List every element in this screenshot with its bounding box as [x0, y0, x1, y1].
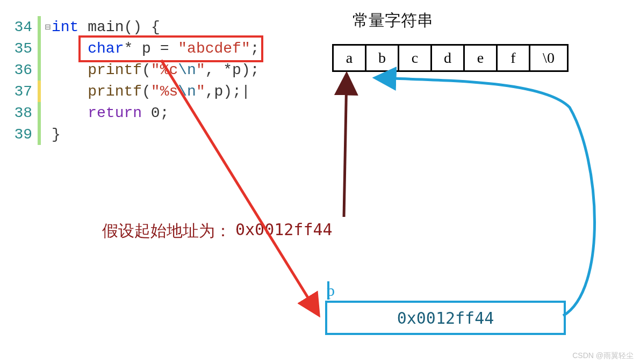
- watermark: CSDN @雨翼轻尘: [572, 351, 634, 361]
- pointer-label: p: [327, 281, 335, 300]
- memory-cell: \0: [529, 44, 569, 72]
- line-number: 38: [4, 105, 38, 121]
- memory-cell: a: [332, 44, 365, 72]
- gutter-mark: [38, 38, 41, 59]
- line-number: 34: [4, 19, 38, 35]
- code-row: 34 ⊟ int main() {: [4, 16, 294, 38]
- pointer-value: 0x0012ff44: [397, 309, 494, 327]
- memory-cell: e: [463, 44, 496, 72]
- code-row: 36 printf("%c\n", *p);: [4, 59, 294, 81]
- line-number: 39: [4, 126, 38, 143]
- diagram-stage: { "code": { "lines": [34,35,36,37,38,39]…: [0, 0, 640, 364]
- memory-array: a b c d e f \0: [332, 44, 569, 72]
- line-number: 37: [4, 83, 38, 100]
- gutter-mark: [38, 59, 41, 81]
- line-number: 36: [4, 62, 38, 78]
- code-row: 37 printf("%s\n",p);|: [4, 81, 294, 102]
- memory-cell: f: [496, 44, 529, 72]
- line-number: 35: [4, 40, 38, 57]
- pointer-box: 0x0012ff44: [325, 301, 566, 335]
- code-text: printf("%c\n", *p);: [52, 62, 260, 78]
- code-row: 38 return 0;: [4, 102, 294, 123]
- memory-title: 常量字符串: [353, 10, 433, 32]
- gutter-mark: [38, 81, 41, 102]
- code-text: }: [52, 126, 61, 143]
- arrow-blue: [376, 78, 595, 316]
- memory-cell: d: [430, 44, 463, 72]
- address-annotation-value: 0x0012ff44: [235, 220, 333, 239]
- memory-cell: b: [365, 44, 398, 72]
- arrow-darkred: [344, 75, 347, 217]
- gutter-mark: [38, 16, 41, 38]
- code-text: return 0;: [52, 105, 169, 121]
- code-text: int main() {: [52, 19, 160, 35]
- fold-icon: ⊟: [44, 21, 52, 33]
- code-row: 39 }: [4, 123, 294, 145]
- gutter-mark: [38, 123, 41, 145]
- gutter-mark: [38, 102, 41, 123]
- memory-cell: c: [398, 44, 430, 72]
- address-annotation-label: 假设起始地址为：: [102, 220, 231, 242]
- highlight-box: [78, 35, 263, 62]
- code-text: printf("%s\n",p);|: [52, 83, 250, 100]
